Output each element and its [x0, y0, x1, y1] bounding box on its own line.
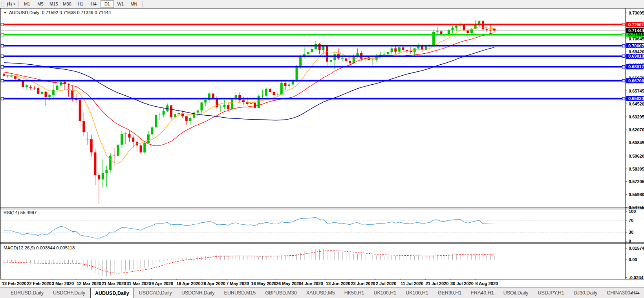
- rsi-line: [4, 217, 494, 238]
- candle-body: [261, 96, 263, 96]
- date-axis-label: 18 Apr 2020: [176, 281, 200, 286]
- candle-body: [48, 95, 51, 97]
- candle-body: [315, 44, 317, 49]
- candle-body: [299, 57, 302, 67]
- price-tick-label: 0.62070: [629, 127, 644, 132]
- tab-scroll-right-button[interactable]: ►: [635, 289, 643, 297]
- chart-tab-fra40-h1[interactable]: FRA40,H1: [467, 288, 498, 298]
- date-axis-label: 11 Jul 2020: [401, 281, 423, 286]
- date-axis-label: 8 Aug 2020: [476, 281, 498, 286]
- level-line-handle[interactable]: [1, 23, 4, 26]
- price-level-line-0.68017[interactable]: [1, 65, 626, 68]
- candle-body: [273, 92, 275, 95]
- date-axis-label: 30 Jul 2020: [450, 281, 474, 286]
- rsi-axis-label: 70: [629, 218, 633, 223]
- level-price-label: 0.66706: [626, 78, 644, 83]
- candle-body: [280, 83, 283, 94]
- candle-body: [451, 28, 454, 30]
- chart-tab-eurusd-daily[interactable]: EURUSD,Daily: [6, 288, 48, 298]
- price-tick-label: 0.60845: [629, 140, 644, 145]
- chart-tab-uk100-h1[interactable]: UK100,H1: [369, 288, 401, 298]
- price-level-line-0.65020[interactable]: [1, 97, 626, 100]
- chart-tab-hk50-h1[interactable]: HK50,H1: [340, 288, 369, 298]
- candle-body: [212, 93, 214, 98]
- level-price-label: 0.65020: [626, 96, 644, 101]
- rsi-panel: 10070300: [1, 209, 636, 243]
- date-axis-label: 9 Apr 2020: [152, 281, 173, 286]
- level-line-handle[interactable]: [622, 44, 625, 47]
- price-tick-label: 0.64520: [629, 102, 644, 106]
- candle-body: [333, 54, 336, 60]
- candle-body: [345, 58, 347, 61]
- candle-body: [387, 52, 389, 54]
- rsi-axis-label: 30: [629, 230, 633, 234]
- chart-tab-bar: EURUSD,DailyUSDCHF,DailyAUDUSD,DailyUSDC…: [0, 287, 644, 298]
- level-line-handle[interactable]: [622, 79, 625, 82]
- candle-body: [140, 145, 142, 153]
- level-line-handle[interactable]: [1, 55, 4, 58]
- candle-body: [117, 145, 119, 156]
- level-line-handle[interactable]: [622, 65, 625, 68]
- candle-body: [269, 89, 271, 92]
- chart-tab-usdcnh-daily[interactable]: USDCNH,Daily: [177, 288, 219, 298]
- chart-tab-dj30-daily[interactable]: DJ30,Daily: [569, 288, 602, 298]
- date-axis[interactable]: 13 Feb 202022 Feb 20203 Mar 202012 Mar 2…: [0, 280, 644, 287]
- chart-tab-usdchf-daily[interactable]: USDCHF,Daily: [49, 288, 90, 298]
- level-price-label: 0.68017: [626, 64, 644, 69]
- level-price-label: 0.70007: [626, 43, 644, 48]
- level-line-handle[interactable]: [1, 44, 4, 47]
- chart-tab-ger30-h1[interactable]: GER30,H1: [434, 288, 466, 298]
- level-line-handle[interactable]: [622, 23, 625, 26]
- candle-body: [432, 32, 435, 45]
- candle-body: [349, 61, 351, 63]
- price-level-line-0.70007[interactable]: [1, 44, 626, 47]
- chart-tab-eurusd-m15[interactable]: EURUSD,M15: [220, 288, 260, 298]
- date-axis-label: 21 Mar 2020: [102, 281, 126, 286]
- level-price-label-text: 0.69010: [628, 54, 644, 58]
- tab-scroll-left-button[interactable]: ◄: [627, 289, 635, 297]
- chart-tab-audusd-daily[interactable]: AUDUSD,Daily: [90, 288, 134, 298]
- candle-body: [371, 60, 374, 60]
- rsi-title: RSI(14) 55.4997: [4, 210, 37, 215]
- macd-axis-label: 0.015741: [629, 246, 644, 251]
- chart-tab-xauusd-m5[interactable]: XAUUSD,M5: [302, 288, 339, 298]
- candle-body: [163, 111, 165, 114]
- date-axis-label: 21 Jul 2020: [426, 281, 449, 286]
- candle-body: [45, 92, 47, 97]
- chart-tab-usoil-daily[interactable]: USOil,Daily: [499, 288, 533, 298]
- price-level-line-0.72001[interactable]: [1, 23, 626, 26]
- candle-body: [3, 74, 5, 76]
- chart-tab-usdcad-daily[interactable]: USDCAD,Daily: [135, 288, 176, 298]
- date-axis-label: 26 May 2020: [276, 281, 301, 286]
- candle-body: [402, 47, 404, 50]
- candle-body: [94, 153, 96, 175]
- candle-body: [82, 121, 85, 132]
- level-line-handle[interactable]: [622, 97, 625, 100]
- level-line-handle[interactable]: [1, 97, 4, 100]
- chart-tab-usdjpy-h1[interactable]: USDJPY,H1: [534, 288, 569, 298]
- candle-body: [425, 46, 427, 50]
- price-axis: 0.730950.718700.706450.694200.681950.669…: [626, 11, 644, 210]
- date-axis-label: 16 May 2020: [251, 281, 276, 286]
- price-tick-label: 0.59620: [629, 154, 644, 158]
- macd-title: MACD(12,26,9) 0.003844 0.005118: [4, 245, 75, 250]
- level-line-handle[interactable]: [622, 33, 625, 36]
- level-line-handle[interactable]: [1, 65, 4, 68]
- chart-tab-uk100-h1[interactable]: UK100,H1: [401, 288, 433, 298]
- candle-body: [398, 47, 401, 52]
- candle-body: [113, 156, 115, 156]
- level-line-handle[interactable]: [1, 33, 4, 36]
- price-tick-label: 0.65745: [629, 89, 644, 93]
- date-axis-label: 12 Mar 2020: [77, 281, 101, 286]
- chart-tab-gbpusd-m30[interactable]: GBPUSD,M30: [261, 288, 301, 298]
- chart-canvas[interactable]: 10070300 0.0157410.00-0.024412 0.730950.…: [0, 0, 644, 280]
- price-level-line-0.69010[interactable]: [1, 55, 626, 58]
- level-line-handle[interactable]: [1, 79, 4, 82]
- price-level-line-0.71046[interactable]: [1, 33, 626, 36]
- candle-body: [493, 29, 496, 31]
- candle-body: [71, 90, 73, 99]
- candle-body: [368, 58, 370, 60]
- chart-menu-triangle-icon[interactable]: ▼: [4, 11, 7, 15]
- candle-body: [463, 25, 465, 31]
- level-line-handle[interactable]: [622, 55, 625, 58]
